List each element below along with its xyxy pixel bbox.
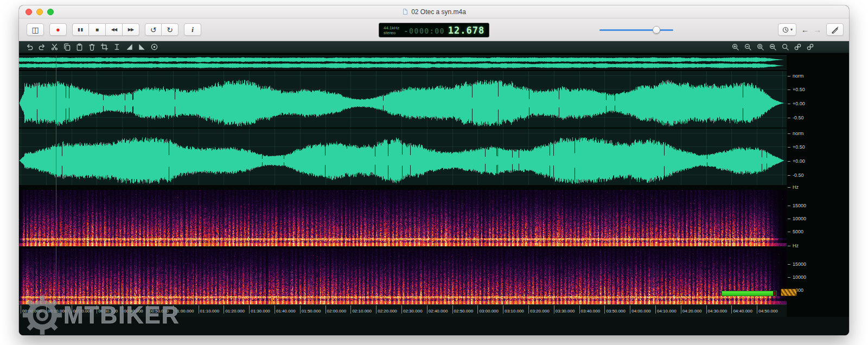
- timeline-label: 02:10.000: [350, 305, 372, 314]
- timeline-label: 01:50.000: [300, 305, 321, 314]
- scale-label: 10000: [788, 216, 806, 221]
- editor-toolbar: [19, 41, 849, 53]
- zoom-window-button[interactable]: [47, 9, 54, 15]
- trash-icon[interactable]: [88, 43, 96, 51]
- close-window-button[interactable]: [25, 9, 32, 15]
- document-icon: [402, 8, 409, 15]
- timeline-label: 04:40.000: [731, 305, 752, 314]
- cycle-icon: ↻: [167, 26, 173, 34]
- edit-lock-button[interactable]: [826, 23, 844, 36]
- undo-icon[interactable]: [25, 43, 34, 51]
- history-dropdown-button[interactable]: ▾: [778, 23, 796, 36]
- timeline-label: 02:00.000: [326, 305, 347, 314]
- titlebar: 02 Otec a syn.m4a: [19, 5, 849, 18]
- timeline-label: 02:50.000: [452, 305, 474, 314]
- editor-edit-icons: [25, 43, 158, 51]
- level-indicator: [781, 289, 797, 296]
- zoom-out-icon[interactable]: [744, 43, 752, 51]
- loop-button[interactable]: ↺: [145, 23, 162, 36]
- timeline-label: 02:40.000: [427, 305, 448, 314]
- sidebar-toggle-button[interactable]: ◫: [27, 23, 44, 36]
- timeline-label: 03:40.000: [579, 305, 601, 314]
- waveform-channel-2-canvas[interactable]: [19, 129, 787, 185]
- audio-editor-window: 02 Otec a syn.m4a ◫ ● ▮▮ ■ ◀◀ ▶▶ ↺ ↻ i: [19, 5, 849, 335]
- paste-icon[interactable]: [75, 43, 84, 51]
- window-title-wrap: 02 Otec a syn.m4a: [402, 8, 466, 16]
- volume-slider[interactable]: [599, 26, 673, 34]
- overview-strip-canvas[interactable]: [19, 55, 787, 69]
- fade-out-icon[interactable]: [138, 43, 146, 51]
- watermark: MTBIKER: [22, 295, 180, 335]
- timeline-label: 04:00.000: [630, 305, 651, 314]
- navigate-forward-button[interactable]: →: [814, 25, 821, 34]
- volume-slider-track[interactable]: [599, 29, 673, 31]
- scale-label: norm: [788, 73, 804, 79]
- sidebar-icon: ◫: [31, 26, 39, 34]
- watermark-text: MTBIKER: [63, 302, 180, 329]
- gear-icon: [22, 295, 62, 335]
- timeline-label: 03:10.000: [503, 305, 524, 314]
- timeline-label: 04:30.000: [706, 305, 727, 314]
- stop-button[interactable]: ■: [89, 23, 106, 36]
- copy-icon[interactable]: [63, 43, 71, 51]
- zoom-in-icon[interactable]: [731, 43, 739, 51]
- lcd-display: 44.1kHz stereo -0000:00 12.678: [379, 23, 489, 37]
- timeline-label: 01:20.000: [224, 305, 245, 314]
- sample-rate-label: 44.1kHz: [384, 25, 399, 30]
- redo-icon[interactable]: [38, 43, 46, 51]
- timeline-label: 04:50.000: [757, 305, 778, 314]
- waveform-editor-area: 00:00.00000:10.00000:20.00000:30.00000:4…: [19, 53, 849, 317]
- volume-slider-knob[interactable]: [653, 26, 660, 34]
- progress-bar: [722, 291, 777, 296]
- fast-forward-button[interactable]: ▶▶: [123, 23, 139, 36]
- loop-button-group: ↺ ↻: [145, 23, 178, 36]
- scale-label: +0.50: [788, 144, 805, 150]
- channel-mode-label: stereo: [384, 30, 399, 35]
- crop-icon[interactable]: [100, 43, 108, 51]
- timeline-label: 01:40.000: [275, 305, 296, 314]
- playhead-cursor[interactable]: [56, 55, 56, 304]
- pause-button[interactable]: ▮▮: [72, 23, 89, 36]
- lcd-format-info: 44.1kHz stereo: [384, 25, 399, 35]
- scale-label: 15000: [788, 203, 806, 208]
- scale-label: +0.00: [788, 101, 805, 106]
- rewind-button[interactable]: ◀◀: [106, 23, 123, 36]
- zoom-selection-icon[interactable]: [756, 43, 764, 51]
- link-icon[interactable]: [794, 43, 802, 51]
- navigate-back-button[interactable]: ←: [801, 25, 809, 34]
- timeline-label: 01:30.000: [249, 305, 270, 314]
- cycle-button[interactable]: ↻: [162, 23, 178, 36]
- loop-icon: ↺: [150, 26, 157, 34]
- timeline-label: 03:00.000: [477, 305, 499, 314]
- timeline-label: 02:20.000: [376, 305, 397, 314]
- effects-icon[interactable]: [150, 43, 158, 51]
- waveform-channel-1-canvas[interactable]: [19, 71, 787, 127]
- timeline-label: 04:10.000: [655, 305, 676, 314]
- record-icon: ●: [56, 26, 60, 33]
- timeline-label: 03:30.000: [554, 305, 575, 314]
- scissors-icon[interactable]: [50, 43, 59, 51]
- zoom-all-icon[interactable]: [781, 43, 789, 51]
- scale-label: +0.00: [788, 158, 805, 164]
- progress-bar-tip: [774, 292, 776, 295]
- minimize-window-button[interactable]: [36, 9, 43, 15]
- scale-label: 15000: [788, 261, 806, 267]
- link-open-icon[interactable]: [806, 43, 814, 51]
- pencil-slash-icon: [831, 26, 839, 34]
- record-button[interactable]: ●: [49, 23, 67, 36]
- levels-icon[interactable]: [113, 43, 121, 51]
- zoom-width-icon[interactable]: [769, 43, 777, 51]
- timeline-label: 04:20.000: [681, 305, 702, 314]
- timeline-label: 03:20.000: [528, 305, 550, 314]
- info-icon: i: [192, 26, 194, 33]
- counter-bright-digits: 12.678: [448, 25, 484, 36]
- timeline-label: 02:30.000: [401, 305, 423, 314]
- timeline-label: 03:50.000: [604, 305, 626, 314]
- toolbar-right-group: ▾ ← →: [778, 23, 844, 36]
- fade-in-icon[interactable]: [125, 43, 133, 51]
- info-button[interactable]: i: [184, 23, 201, 36]
- fast-forward-icon: ▶▶: [128, 28, 133, 32]
- rewind-icon: ◀◀: [111, 28, 117, 32]
- spectrogram-channel-1-canvas[interactable]: [19, 190, 787, 246]
- stop-icon: ■: [95, 27, 99, 33]
